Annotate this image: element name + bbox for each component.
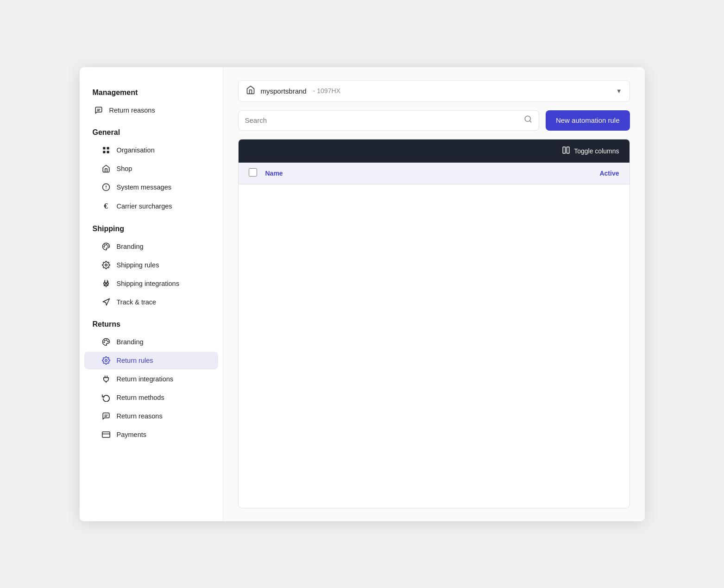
sidebar-item-label: Return rules — [117, 357, 153, 364]
svg-line-28 — [529, 120, 531, 122]
column-header-active[interactable]: Active — [599, 170, 619, 177]
grid-icon — [101, 146, 111, 154]
search-icon — [524, 115, 532, 126]
sidebar-item-label: Shop — [117, 165, 132, 172]
svg-point-19 — [105, 359, 107, 361]
sidebar-item-shipping-rules[interactable]: Shipping rules — [84, 256, 218, 274]
svg-point-15 — [106, 340, 107, 341]
svg-rect-2 — [103, 147, 105, 149]
plug-returns-icon — [101, 375, 111, 383]
sidebar-section-management: Management — [80, 80, 223, 101]
store-icon — [246, 85, 255, 97]
sidebar-item-label: Carrier surcharges — [117, 202, 172, 210]
sidebar-item-label: Return reasons — [109, 107, 155, 114]
svg-point-10 — [107, 246, 108, 247]
sidebar-item-system-messages[interactable]: System messages — [84, 178, 218, 196]
palette-returns-icon — [101, 338, 111, 346]
settings-returns-icon — [101, 356, 111, 365]
search-row: New automation rule — [238, 110, 630, 131]
sidebar-item-label: Branding — [117, 243, 144, 250]
palette-icon — [101, 242, 111, 251]
sidebar-item-label: Return methods — [117, 394, 164, 401]
chat-returns-icon — [101, 412, 111, 420]
shop-icon — [101, 164, 111, 173]
sidebar-item-shop[interactable]: Shop — [84, 160, 218, 177]
sidebar-section-general: General — [80, 120, 223, 140]
store-selector[interactable]: mysportsbrand - 1097HX ▼ — [238, 80, 630, 102]
sidebar-item-label: Payments — [117, 431, 146, 438]
sidebar-section-shipping: Shipping — [80, 216, 223, 237]
sidebar-item-label: Return integrations — [117, 375, 174, 383]
main-content: mysportsbrand - 1097HX ▼ New automation … — [223, 67, 645, 521]
table-body — [239, 184, 630, 462]
return-arrow-icon — [101, 393, 111, 402]
sidebar-item-payments[interactable]: Payments — [84, 426, 218, 443]
alert-icon — [101, 183, 111, 191]
euro-icon: € — [101, 202, 111, 211]
sidebar-item-label: Return reasons — [117, 412, 163, 420]
svg-rect-30 — [567, 147, 569, 153]
store-id: - 1097HX — [313, 87, 340, 95]
new-automation-rule-button[interactable]: New automation rule — [546, 110, 630, 131]
sidebar-item-label: Shipping rules — [117, 261, 159, 269]
sidebar-item-carrier-surcharges[interactable]: € Carrier surcharges — [84, 197, 218, 215]
sidebar-item-label: Organisation — [117, 146, 155, 154]
sidebar-item-return-reasons[interactable]: Return reasons — [84, 407, 218, 425]
toggle-columns-label: Toggle columns — [574, 147, 619, 155]
select-all-checkbox-wrapper[interactable] — [249, 168, 257, 178]
svg-rect-3 — [107, 147, 109, 149]
table-header-bar: Toggle columns — [239, 139, 630, 163]
svg-rect-29 — [563, 147, 565, 153]
svg-point-11 — [104, 244, 105, 245]
sidebar-item-shipping-branding[interactable]: Branding — [84, 238, 218, 255]
svg-point-13 — [105, 264, 107, 266]
svg-point-12 — [104, 246, 105, 247]
sidebar-item-return-reasons-mgmt[interactable]: Return reasons — [84, 101, 218, 119]
column-header-name[interactable]: Name — [265, 170, 600, 177]
search-input[interactable] — [245, 116, 519, 124]
sidebar-section-returns: Returns — [80, 312, 223, 332]
megaphone-icon — [101, 298, 111, 306]
search-container — [238, 110, 539, 131]
sidebar-item-label: System messages — [117, 183, 171, 191]
sidebar-item-organisation[interactable]: Organisation — [84, 141, 218, 159]
sidebar-item-return-rules[interactable]: Return rules — [84, 352, 218, 369]
sidebar: Management Return reasons General Organi… — [80, 67, 223, 521]
store-name: mysportsbrand — [261, 87, 307, 95]
table-area: Toggle columns Name Active — [238, 139, 630, 508]
sidebar-item-label: Track & trace — [117, 298, 157, 306]
svg-point-18 — [104, 341, 105, 342]
chat-icon — [94, 106, 104, 114]
sidebar-item-return-methods[interactable]: Return methods — [84, 389, 218, 406]
sidebar-item-track-trace[interactable]: Track & trace — [84, 293, 218, 311]
columns-icon — [562, 146, 570, 156]
settings-icon — [101, 261, 111, 269]
table-column-header-row: Name Active — [239, 163, 630, 184]
svg-point-16 — [107, 341, 108, 342]
toggle-columns-button[interactable]: Toggle columns — [562, 146, 619, 156]
svg-rect-25 — [102, 432, 110, 437]
sidebar-item-return-integrations[interactable]: Return integrations — [84, 370, 218, 388]
sidebar-item-shipping-integrations[interactable]: Shipping integrations — [84, 275, 218, 292]
chevron-down-icon: ▼ — [616, 88, 622, 95]
sidebar-item-returns-branding[interactable]: Branding — [84, 333, 218, 351]
plug-icon — [101, 279, 111, 288]
sidebar-item-label: Branding — [117, 338, 144, 346]
credit-card-icon — [101, 430, 111, 439]
svg-rect-4 — [103, 151, 105, 153]
svg-point-9 — [106, 244, 107, 245]
svg-point-17 — [104, 340, 105, 341]
svg-rect-5 — [107, 151, 109, 153]
select-all-checkbox[interactable] — [249, 168, 257, 177]
sidebar-item-label: Shipping integrations — [117, 280, 179, 287]
